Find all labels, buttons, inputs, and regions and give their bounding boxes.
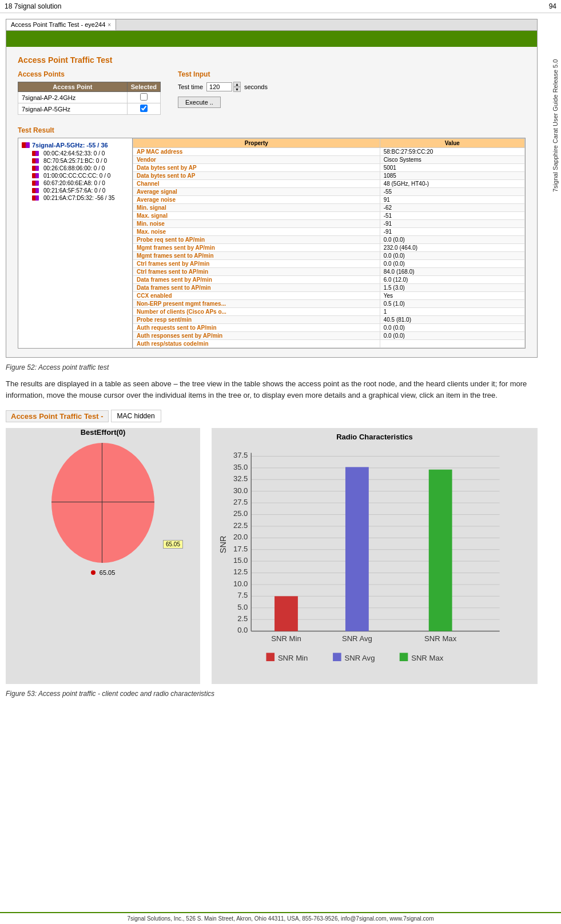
props-panel: Property Value AP MAC address 58:BC:27:5… bbox=[133, 138, 525, 348]
props-row: Mgmt frames sent by AP/min 232.0 (464.0) bbox=[133, 244, 525, 252]
svg-text:35.0: 35.0 bbox=[233, 463, 248, 471]
svg-text:SNR Max: SNR Max bbox=[411, 654, 444, 662]
prop-value: -91 bbox=[380, 228, 524, 236]
tree-root-item[interactable]: 7signal-AP-5GHz: -55 / 36 bbox=[21, 141, 130, 150]
prop-value: 0.0 (0.0) bbox=[380, 260, 524, 268]
tree-item[interactable]: 00:21:6A:C7:D5:32: -56 / 35 bbox=[21, 194, 130, 202]
test-time-input[interactable] bbox=[206, 82, 232, 91]
props-row: Data frames sent by AP/min 6.0 (12.0) bbox=[133, 276, 525, 284]
test-time-row: Test time ▲ ▼ seconds bbox=[178, 82, 526, 92]
tab-bar: Access Point Traffic Test - eye244 × bbox=[6, 19, 537, 31]
spinner-down[interactable]: ▼ bbox=[233, 87, 241, 92]
svg-text:SNR Avg: SNR Avg bbox=[345, 654, 375, 662]
tree-item-label: 8C:70:5A:25:71:BC: 0 / 0 bbox=[43, 158, 107, 164]
prop-name: Max. noise bbox=[133, 228, 380, 236]
svg-text:27.5: 27.5 bbox=[233, 498, 248, 506]
tree-item[interactable]: 60:67:20:60:6E:A8: 0 / 0 bbox=[21, 179, 130, 187]
prop-name: Vendor bbox=[133, 156, 380, 164]
props-row: Min. noise -91 bbox=[133, 220, 525, 228]
ap-checkbox-cell[interactable] bbox=[127, 92, 160, 103]
tab-close-icon[interactable]: × bbox=[108, 22, 111, 28]
props-row: Probe req sent to AP/min 0.0 (0.0) bbox=[133, 236, 525, 244]
prop-value: -91 bbox=[380, 220, 524, 228]
prop-value: -51 bbox=[380, 212, 524, 220]
svg-rect-41 bbox=[266, 653, 274, 661]
ap-table: Access Point Selected 7signal-AP-2.4GHz … bbox=[18, 82, 161, 115]
figure53-caption: Figure 53: Access point traffic - client… bbox=[6, 690, 538, 698]
prop-value: 1085 bbox=[380, 172, 524, 180]
props-row: Max. noise -91 bbox=[133, 228, 525, 236]
tree-child-icon bbox=[32, 188, 39, 193]
svg-text:15.0: 15.0 bbox=[233, 556, 248, 565]
prop-name: Data frames sent to AP/min bbox=[133, 284, 380, 292]
header-right: 94 bbox=[549, 2, 556, 10]
best-effort-title: BestEffort(0) bbox=[6, 428, 200, 437]
svg-text:SNR Avg: SNR Avg bbox=[342, 634, 372, 643]
prop-value: 0.0 (0.0) bbox=[380, 236, 524, 244]
prop-name: Max. signal bbox=[133, 212, 380, 220]
spinner-up[interactable]: ▲ bbox=[233, 82, 241, 87]
tree-item[interactable]: 00:26:C6:88:06:00: 0 / 0 bbox=[21, 165, 130, 172]
tab-label: Access Point Traffic Test - eye244 bbox=[11, 21, 105, 28]
ap-checkbox[interactable] bbox=[140, 93, 148, 101]
prop-name: Ctrl frames sent by AP/min bbox=[133, 260, 380, 268]
ap-name-cell: 7signal-AP-2.4GHz bbox=[18, 92, 128, 103]
test-input-col: Test Input Test time ▲ ▼ seconds Execute bbox=[178, 70, 526, 115]
prop-name: Auth resp/status code/min bbox=[133, 340, 380, 348]
tab-access-point-traffic[interactable]: Access Point Traffic Test - eye244 × bbox=[6, 19, 116, 30]
page-header: 18 7signal solution 94 bbox=[0, 0, 561, 13]
main-title: Access Point Traffic Test bbox=[18, 55, 526, 65]
prop-value: Yes bbox=[380, 292, 524, 300]
tree-item-label: 00:21:6A:5F:57:6A: 0 / 0 bbox=[43, 187, 105, 194]
tree-item[interactable]: 00:0C:42:64:52:33: 0 / 0 bbox=[21, 150, 130, 157]
tree-child-icon bbox=[32, 166, 39, 171]
tree-child-icon bbox=[32, 181, 39, 186]
prop-value: -55 bbox=[380, 188, 524, 196]
prop-name: Average signal bbox=[133, 188, 380, 196]
svg-rect-37 bbox=[429, 470, 452, 631]
svg-text:7.5: 7.5 bbox=[237, 591, 248, 599]
tree-icon bbox=[22, 142, 30, 148]
prop-name: Mgmt frames sent to AP/min bbox=[133, 252, 380, 260]
execute-button[interactable]: Execute .. bbox=[178, 97, 221, 108]
tree-item[interactable]: 01:00:0C:CC:CC:CC: 0 / 0 bbox=[21, 172, 130, 179]
test-time-spinner[interactable]: ▲ ▼ bbox=[206, 82, 241, 92]
pie-value-bubble: 65.05 bbox=[163, 540, 183, 549]
prop-name: Probe req sent to AP/min bbox=[133, 236, 380, 244]
legend-dot bbox=[91, 570, 96, 575]
props-row: Data bytes sent by AP 5001 bbox=[133, 164, 525, 172]
prop-value: 48 (5GHz, HT40-) bbox=[380, 180, 524, 188]
prop-name: Auth responses sent by AP/min bbox=[133, 332, 380, 340]
figure52-caption: Figure 52: Access point traffic test bbox=[6, 363, 538, 371]
prop-value: 1 bbox=[380, 308, 524, 316]
svg-rect-45 bbox=[400, 653, 408, 661]
svg-text:10.0: 10.0 bbox=[233, 579, 248, 588]
prop-name: Auth requests sent to AP/min bbox=[133, 324, 380, 332]
access-points-title: Access Points bbox=[18, 70, 161, 78]
prop-value: 58:BC:27:59:CC:20 bbox=[380, 148, 524, 156]
props-row: Ctrl frames sent by AP/min 0.0 (0.0) bbox=[133, 260, 525, 268]
tree-items-container: 00:0C:42:64:52:33: 0 / 08C:70:5A:25:71:B… bbox=[21, 150, 130, 202]
svg-text:SNR Min: SNR Min bbox=[278, 654, 308, 662]
tree-item[interactable]: 00:21:6A:5F:57:6A: 0 / 0 bbox=[21, 187, 130, 194]
prop-name: Min. signal bbox=[133, 204, 380, 212]
tree-item[interactable]: 8C:70:5A:25:71:BC: 0 / 0 bbox=[21, 157, 130, 165]
props-row: Auth responses sent by AP/min 0.0 (0.0) bbox=[133, 332, 525, 340]
oval-line-v bbox=[102, 443, 102, 563]
svg-text:37.5: 37.5 bbox=[233, 451, 248, 459]
svg-text:5.0: 5.0 bbox=[237, 603, 248, 611]
test-time-unit: seconds bbox=[244, 83, 268, 90]
ap-checkbox[interactable] bbox=[140, 105, 148, 112]
props-row: AP MAC address 58:BC:27:59:CC:20 bbox=[133, 148, 525, 156]
tree-child-icon bbox=[32, 173, 39, 178]
props-row: Min. signal -62 bbox=[133, 204, 525, 212]
prop-value: -62 bbox=[380, 204, 524, 212]
tree-item-label: 00:0C:42:64:52:33: 0 / 0 bbox=[43, 150, 105, 157]
prop-name: Probe resp sent/min bbox=[133, 316, 380, 324]
props-row: Auth requests sent to AP/min 0.0 (0.0) bbox=[133, 324, 525, 332]
pie-legend-value: 65.05 bbox=[100, 569, 116, 576]
prop-value: 84.0 (168.0) bbox=[380, 268, 524, 276]
svg-text:SNR: SNR bbox=[218, 536, 228, 554]
ap-checkbox-cell[interactable] bbox=[127, 103, 160, 115]
prop-name: Channel bbox=[133, 180, 380, 188]
